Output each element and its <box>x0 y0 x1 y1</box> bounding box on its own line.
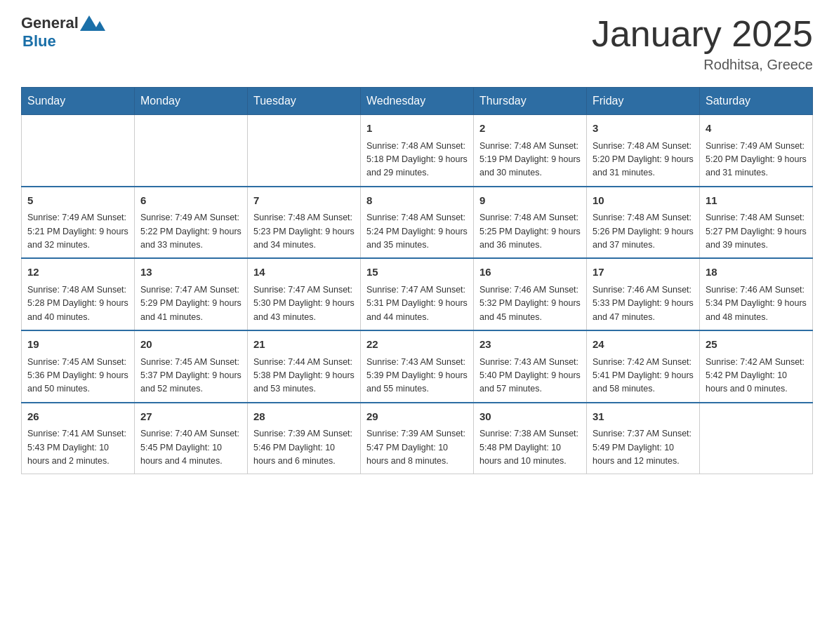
calendar-day-cell: 22Sunrise: 7:43 AM Sunset: 5:39 PM Dayli… <box>361 330 474 403</box>
logo: General Blue <box>21 14 107 51</box>
calendar-day-cell: 14Sunrise: 7:47 AM Sunset: 5:30 PM Dayli… <box>248 258 361 330</box>
day-info: Sunrise: 7:45 AM Sunset: 5:36 PM Dayligh… <box>27 356 128 396</box>
day-number: 28 <box>253 409 355 425</box>
day-number: 14 <box>253 264 355 281</box>
day-info: Sunrise: 7:48 AM Sunset: 5:24 PM Dayligh… <box>366 211 468 252</box>
calendar-day-header: Friday <box>587 88 700 115</box>
day-info: Sunrise: 7:41 AM Sunset: 5:43 PM Dayligh… <box>27 427 128 468</box>
day-number: 2 <box>479 121 581 137</box>
day-info: Sunrise: 7:48 AM Sunset: 5:26 PM Dayligh… <box>593 211 694 252</box>
day-number: 21 <box>253 337 355 353</box>
calendar-day-cell: 18Sunrise: 7:46 AM Sunset: 5:34 PM Dayli… <box>700 258 813 330</box>
day-number: 26 <box>27 409 128 425</box>
day-number: 22 <box>366 337 468 353</box>
calendar-day-cell: 23Sunrise: 7:43 AM Sunset: 5:40 PM Dayli… <box>474 330 587 403</box>
calendar-week-row: 1Sunrise: 7:48 AM Sunset: 5:18 PM Daylig… <box>22 115 813 187</box>
calendar-week-row: 19Sunrise: 7:45 AM Sunset: 5:36 PM Dayli… <box>22 330 813 403</box>
calendar-day-cell <box>135 115 248 187</box>
day-info: Sunrise: 7:42 AM Sunset: 5:41 PM Dayligh… <box>593 356 694 396</box>
calendar-day-cell: 8Sunrise: 7:48 AM Sunset: 5:24 PM Daylig… <box>361 187 474 259</box>
day-info: Sunrise: 7:47 AM Sunset: 5:29 PM Dayligh… <box>140 283 241 324</box>
calendar-day-header: Saturday <box>700 88 813 115</box>
day-number: 17 <box>593 264 694 281</box>
day-number: 9 <box>479 193 581 209</box>
day-number: 23 <box>479 337 581 353</box>
day-info: Sunrise: 7:48 AM Sunset: 5:19 PM Dayligh… <box>479 140 581 180</box>
day-info: Sunrise: 7:47 AM Sunset: 5:31 PM Dayligh… <box>366 283 468 324</box>
day-info: Sunrise: 7:39 AM Sunset: 5:47 PM Dayligh… <box>366 427 468 468</box>
day-number: 1 <box>366 121 468 137</box>
calendar-day-cell: 21Sunrise: 7:44 AM Sunset: 5:38 PM Dayli… <box>248 330 361 403</box>
calendar-week-row: 26Sunrise: 7:41 AM Sunset: 5:43 PM Dayli… <box>22 403 813 474</box>
day-number: 20 <box>140 337 241 353</box>
calendar-day-header: Monday <box>135 88 248 115</box>
calendar-day-cell: 12Sunrise: 7:48 AM Sunset: 5:28 PM Dayli… <box>22 258 135 330</box>
calendar-day-cell <box>22 115 135 187</box>
day-info: Sunrise: 7:38 AM Sunset: 5:48 PM Dayligh… <box>479 427 581 468</box>
day-number: 30 <box>479 409 581 425</box>
calendar-table: SundayMondayTuesdayWednesdayThursdayFrid… <box>21 87 813 474</box>
calendar-header-row: SundayMondayTuesdayWednesdayThursdayFrid… <box>22 88 813 115</box>
calendar-day-cell: 4Sunrise: 7:49 AM Sunset: 5:20 PM Daylig… <box>700 115 813 187</box>
calendar-week-row: 5Sunrise: 7:49 AM Sunset: 5:21 PM Daylig… <box>22 187 813 259</box>
calendar-day-header: Tuesday <box>248 88 361 115</box>
calendar-day-cell: 13Sunrise: 7:47 AM Sunset: 5:29 PM Dayli… <box>135 258 248 330</box>
calendar-day-cell: 10Sunrise: 7:48 AM Sunset: 5:26 PM Dayli… <box>587 187 700 259</box>
calendar-day-cell: 16Sunrise: 7:46 AM Sunset: 5:32 PM Dayli… <box>474 258 587 330</box>
day-info: Sunrise: 7:39 AM Sunset: 5:46 PM Dayligh… <box>253 427 355 468</box>
calendar-day-cell: 19Sunrise: 7:45 AM Sunset: 5:36 PM Dayli… <box>22 330 135 403</box>
calendar-day-cell: 6Sunrise: 7:49 AM Sunset: 5:22 PM Daylig… <box>135 187 248 259</box>
day-number: 31 <box>593 409 694 425</box>
title-block: January 2025 Rodhitsa, Greece <box>592 14 813 73</box>
day-info: Sunrise: 7:49 AM Sunset: 5:20 PM Dayligh… <box>706 140 807 180</box>
day-info: Sunrise: 7:49 AM Sunset: 5:22 PM Dayligh… <box>140 211 241 252</box>
day-info: Sunrise: 7:46 AM Sunset: 5:34 PM Dayligh… <box>706 283 807 324</box>
calendar-day-cell: 3Sunrise: 7:48 AM Sunset: 5:20 PM Daylig… <box>587 115 700 187</box>
logo-triangle-small-icon <box>94 21 105 31</box>
calendar-day-cell: 1Sunrise: 7:48 AM Sunset: 5:18 PM Daylig… <box>361 115 474 187</box>
calendar-day-header: Sunday <box>22 88 135 115</box>
calendar-day-header: Wednesday <box>361 88 474 115</box>
logo-text-blue: Blue <box>22 32 56 50</box>
day-number: 3 <box>593 121 694 137</box>
day-number: 25 <box>706 337 807 353</box>
day-info: Sunrise: 7:37 AM Sunset: 5:49 PM Dayligh… <box>593 427 694 468</box>
calendar-day-cell: 27Sunrise: 7:40 AM Sunset: 5:45 PM Dayli… <box>135 403 248 474</box>
calendar-day-cell: 20Sunrise: 7:45 AM Sunset: 5:37 PM Dayli… <box>135 330 248 403</box>
day-number: 18 <box>706 264 807 281</box>
day-info: Sunrise: 7:45 AM Sunset: 5:37 PM Dayligh… <box>140 356 241 396</box>
day-info: Sunrise: 7:44 AM Sunset: 5:38 PM Dayligh… <box>253 356 355 396</box>
day-number: 29 <box>366 409 468 425</box>
day-number: 10 <box>593 193 694 209</box>
calendar-day-header: Thursday <box>474 88 587 115</box>
day-info: Sunrise: 7:49 AM Sunset: 5:21 PM Dayligh… <box>27 211 128 252</box>
day-info: Sunrise: 7:48 AM Sunset: 5:27 PM Dayligh… <box>706 211 807 252</box>
day-info: Sunrise: 7:46 AM Sunset: 5:32 PM Dayligh… <box>479 283 581 324</box>
page-title: January 2025 <box>592 14 813 54</box>
calendar-day-cell: 28Sunrise: 7:39 AM Sunset: 5:46 PM Dayli… <box>248 403 361 474</box>
day-number: 24 <box>593 337 694 353</box>
day-number: 15 <box>366 264 468 281</box>
day-info: Sunrise: 7:48 AM Sunset: 5:23 PM Dayligh… <box>253 211 355 252</box>
calendar-day-cell: 30Sunrise: 7:38 AM Sunset: 5:48 PM Dayli… <box>474 403 587 474</box>
day-info: Sunrise: 7:43 AM Sunset: 5:39 PM Dayligh… <box>366 356 468 396</box>
calendar-day-cell: 26Sunrise: 7:41 AM Sunset: 5:43 PM Dayli… <box>22 403 135 474</box>
calendar-day-cell: 29Sunrise: 7:39 AM Sunset: 5:47 PM Dayli… <box>361 403 474 474</box>
day-info: Sunrise: 7:48 AM Sunset: 5:18 PM Dayligh… <box>366 140 468 180</box>
calendar-day-cell: 24Sunrise: 7:42 AM Sunset: 5:41 PM Dayli… <box>587 330 700 403</box>
day-number: 5 <box>27 193 128 209</box>
day-info: Sunrise: 7:43 AM Sunset: 5:40 PM Dayligh… <box>479 356 581 396</box>
day-number: 7 <box>253 193 355 209</box>
day-number: 11 <box>706 193 807 209</box>
day-info: Sunrise: 7:46 AM Sunset: 5:33 PM Dayligh… <box>593 283 694 324</box>
day-info: Sunrise: 7:48 AM Sunset: 5:28 PM Dayligh… <box>27 283 128 324</box>
day-number: 4 <box>706 121 807 137</box>
calendar-day-cell: 11Sunrise: 7:48 AM Sunset: 5:27 PM Dayli… <box>700 187 813 259</box>
calendar-day-cell: 17Sunrise: 7:46 AM Sunset: 5:33 PM Dayli… <box>587 258 700 330</box>
day-info: Sunrise: 7:40 AM Sunset: 5:45 PM Dayligh… <box>140 427 241 468</box>
calendar-day-cell: 2Sunrise: 7:48 AM Sunset: 5:19 PM Daylig… <box>474 115 587 187</box>
calendar-day-cell: 31Sunrise: 7:37 AM Sunset: 5:49 PM Dayli… <box>587 403 700 474</box>
calendar-day-cell: 25Sunrise: 7:42 AM Sunset: 5:42 PM Dayli… <box>700 330 813 403</box>
day-info: Sunrise: 7:48 AM Sunset: 5:25 PM Dayligh… <box>479 211 581 252</box>
day-number: 12 <box>27 264 128 281</box>
